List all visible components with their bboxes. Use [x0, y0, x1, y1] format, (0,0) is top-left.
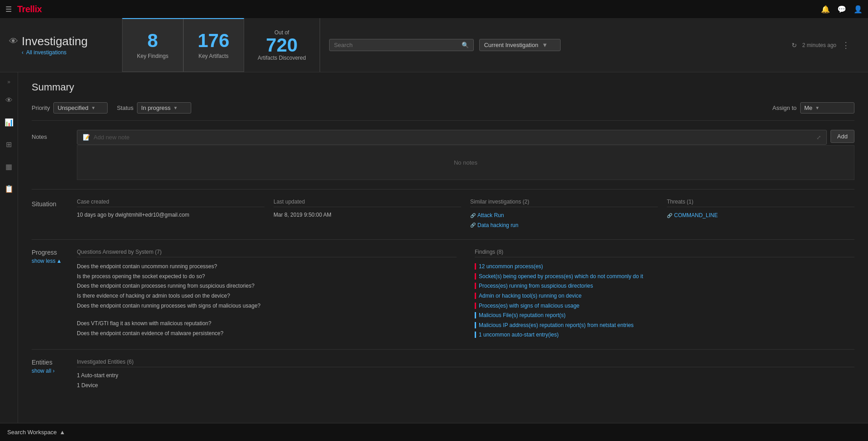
finding-text-7[interactable]: Malicious IP address(es) reputation repo…	[479, 321, 634, 331]
notes-content: 📝 Add new note ⤢ Add No notes	[77, 130, 854, 180]
last-updated-value: Mar 8, 2019 9:50:00 AM	[274, 211, 461, 219]
hamburger-icon[interactable]: ☰	[5, 5, 12, 14]
add-note-button[interactable]: Add	[830, 130, 854, 143]
finding-text-3[interactable]: Process(es) running from suspicious dire…	[479, 281, 593, 291]
finding-7: Malicious IP address(es) reputation repo…	[475, 321, 854, 331]
sidebar-table-icon[interactable]: ▦	[2, 160, 16, 173]
similar-investigations-header: Similar investigations (2)	[470, 199, 658, 207]
artifacts-label: Artifacts Discovered	[258, 55, 306, 61]
question-3: Does the endpoint contain processes runn…	[77, 281, 457, 291]
search-workspace-button[interactable]: Search Workspace ▲	[7, 429, 65, 436]
trellix-logo: Trellix	[17, 4, 42, 14]
case-created-value: 10 days ago by dwightmhill+edr10@gmail.c…	[77, 211, 264, 219]
bottom-bar: Search Workspace ▲	[0, 423, 868, 441]
investigating-title: 👁 Investigating	[9, 34, 113, 48]
search-input[interactable]	[334, 42, 459, 48]
finding-text-2[interactable]: Socket(s) being opened by process(es) wh…	[479, 272, 643, 282]
case-created-col: Case created 10 days ago by dwightmhill+…	[77, 199, 264, 230]
finding-text-5[interactable]: Process(es) with signs of malicious usag…	[479, 301, 580, 311]
show-less-button[interactable]: show less ▲	[32, 258, 68, 264]
refresh-icon[interactable]: ↻	[792, 42, 797, 49]
user-icon[interactable]: 👤	[854, 5, 863, 14]
search-icon[interactable]: 🔍	[462, 42, 469, 48]
header-bar: 👁 Investigating ‹ All investigations 8 K…	[0, 18, 868, 72]
finding-bar-red-3	[475, 283, 476, 289]
header-right: ↻ 2 minutes ago ⋮	[792, 40, 859, 50]
sidebar-grid-icon[interactable]: ⊞	[2, 138, 16, 151]
last-updated-col: Last updated Mar 8, 2019 9:50:00 AM	[274, 199, 461, 230]
status-label: Status	[117, 104, 133, 111]
finding-text-6[interactable]: Malicious File(s) reputation report(s)	[479, 311, 566, 321]
priority-dropdown[interactable]: Unspecified ▼	[53, 102, 108, 114]
similar-investigations-col: Similar investigations (2) 🔗 Attack Run …	[470, 199, 658, 230]
assign-to-control: Assign to Me ▼	[773, 102, 854, 114]
all-investigations-link[interactable]: ‹ All investigations	[22, 49, 113, 56]
priority-control: Priority Unspecified ▼	[32, 102, 108, 114]
questions-column: Questions Answered by System (7) Does th…	[77, 249, 457, 340]
content-area: Summary Priority Unspecified ▼ Status In…	[18, 72, 868, 423]
notes-input-area[interactable]: 📝 Add new note ⤢	[77, 130, 827, 145]
question-4: Is there evidence of hacking or admin to…	[77, 291, 457, 301]
notes-expand-icon: ⤢	[816, 134, 821, 141]
finding-3: Process(es) running from suspicious dire…	[475, 281, 854, 291]
sidebar-book-icon[interactable]: 📋	[2, 182, 16, 195]
more-options-icon[interactable]: ⋮	[842, 40, 850, 50]
entities-subtitle: Investigated Entities (6)	[77, 359, 854, 367]
finding-bar-blue-1	[475, 312, 476, 318]
finding-text-1[interactable]: 12 uncommon process(es)	[479, 262, 543, 272]
artifacts-section: Out of 720 Artifacts Discovered	[244, 18, 320, 72]
search-workspace-label: Search Workspace	[7, 429, 57, 436]
chat-icon[interactable]: 💬	[837, 5, 846, 14]
artifacts-number: 720	[266, 36, 297, 55]
command-line-link[interactable]: 🔗 COMMAND_LINE	[667, 211, 854, 221]
assign-to-dropdown[interactable]: Me ▼	[800, 102, 854, 114]
last-updated-header: Last updated	[274, 199, 461, 207]
progress-label: Progress	[32, 249, 68, 256]
key-artifacts-label: Key Artifacts	[198, 53, 229, 59]
chevron-down-icon: ▼	[542, 42, 548, 48]
status-dropdown[interactable]: In progress ▼	[137, 102, 191, 114]
assign-to-value: Me	[804, 104, 812, 111]
show-all-button[interactable]: show all ›	[32, 368, 68, 374]
entity-1: 1 Auto-start entry	[77, 371, 854, 381]
sidebar-collapse-icon[interactable]: »	[7, 79, 10, 85]
notes-section: Notes 📝 Add new note ⤢ Add No notes	[32, 130, 854, 180]
situation-grid: Case created 10 days ago by dwightmhill+…	[77, 199, 854, 230]
finding-text-8[interactable]: 1 uncommon auto-start entry(ies)	[479, 330, 559, 340]
assign-to-label: Assign to	[773, 104, 797, 111]
finding-6: Malicious File(s) reputation report(s)	[475, 311, 854, 321]
investigation-dropdown[interactable]: Current Investigation ▼	[479, 39, 561, 51]
case-created-header: Case created	[77, 199, 264, 207]
no-notes-text: No notes	[77, 145, 854, 180]
question-6: Does VT/GTI flag it as known with malici…	[77, 319, 457, 329]
assign-chevron-icon: ▼	[815, 105, 820, 110]
data-hacking-link[interactable]: 🔗 Data hacking run	[470, 221, 658, 231]
findings-column: Findings (8) 12 uncommon process(es) Soc…	[475, 249, 854, 340]
nav-right: 🔔 💬 👤	[821, 5, 863, 14]
key-findings-stat: 8 Key Findings	[123, 19, 184, 71]
status-value: In progress	[141, 104, 170, 111]
finding-bar-red-5	[475, 303, 476, 309]
stats-box: 8 Key Findings 176 Key Artifacts	[122, 18, 244, 72]
status-chevron-icon: ▼	[173, 105, 178, 110]
last-updated-text: 2 minutes ago	[802, 42, 836, 48]
investigating-section: 👁 Investigating ‹ All investigations	[0, 34, 122, 56]
header-controls: 🔍 Current Investigation ▼ ↻ 2 minutes ag…	[320, 39, 868, 51]
left-sidebar: » 👁 📊 ⊞ ▦ 📋	[0, 72, 18, 423]
priority-chevron-icon: ▼	[91, 105, 95, 110]
bell-icon[interactable]: 🔔	[821, 5, 830, 14]
search-box[interactable]: 🔍	[329, 39, 474, 51]
progress-layout: Progress show less ▲ Questions Answered …	[32, 249, 854, 340]
finding-bar-red-2	[475, 273, 476, 280]
finding-text-4[interactable]: Admin or hacking tool(s) running on devi…	[479, 291, 581, 301]
sidebar-chart-icon[interactable]: 📊	[2, 116, 16, 129]
finding-4: Admin or hacking tool(s) running on devi…	[475, 291, 854, 301]
notes-placeholder-text: Add new note	[94, 134, 813, 141]
progress-side: Progress show less ▲	[32, 249, 68, 340]
sidebar-eye-icon[interactable]: 👁	[2, 94, 16, 107]
progress-section: Progress show less ▲ Questions Answered …	[32, 239, 854, 340]
main-layout: » 👁 📊 ⊞ ▦ 📋 Summary Priority Unspecified…	[0, 72, 868, 423]
chevron-up-icon: ▲	[60, 429, 66, 436]
summary-controls: Priority Unspecified ▼ Status In progres…	[32, 102, 854, 121]
attack-run-link[interactable]: 🔗 Attack Run	[470, 211, 658, 221]
